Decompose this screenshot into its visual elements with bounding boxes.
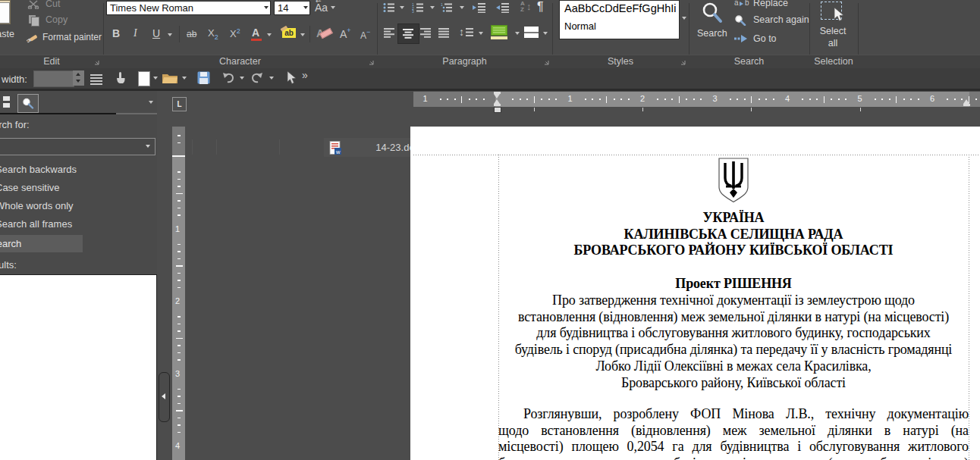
clear-formatting-button[interactable]: A <box>316 27 335 42</box>
font-color-dropdown-icon[interactable] <box>267 33 272 36</box>
panel-list-icon[interactable] <box>3 96 10 101</box>
shading-dropdown-icon[interactable] <box>515 32 520 35</box>
select-all-button[interactable]: Select all <box>813 0 853 52</box>
align-center-button[interactable] <box>397 23 419 44</box>
search-backwards-label[interactable]: Search backwards <box>0 164 77 175</box>
shrink-font-button[interactable]: A− <box>360 28 374 43</box>
cursor-arrow-icon <box>833 8 845 23</box>
sidebar-search-tab-button[interactable] <box>17 94 39 113</box>
search-button[interactable]: Search <box>692 0 731 45</box>
borders-button[interactable] <box>524 27 539 38</box>
tab-stop-type-selector[interactable]: L <box>172 97 187 111</box>
multilevel-list-dropdown-icon[interactable] <box>460 6 464 9</box>
line-spacing-dropdown-icon[interactable] <box>479 32 483 35</box>
line-spacing-button[interactable]: ↕ <box>459 26 474 39</box>
change-case-button[interactable]: ⇄ Aa <box>314 0 337 15</box>
spinner-down-icon[interactable] <box>76 80 80 83</box>
toolbar-overflow-chevron[interactable]: » <box>302 69 308 81</box>
touch-mode-button[interactable] <box>113 70 128 86</box>
superscript-button[interactable]: X2 <box>230 27 247 41</box>
copy-button[interactable]: Copy <box>27 14 99 27</box>
sidebar-search-button[interactable]: Search <box>0 235 83 252</box>
undo-button[interactable] <box>221 71 235 84</box>
open-file-button[interactable] <box>162 72 178 84</box>
increase-indent-button[interactable] <box>472 2 486 13</box>
spinner-up-icon[interactable] <box>76 73 80 76</box>
right-indent-marker[interactable] <box>963 99 970 106</box>
paragraph-dialog-launcher-icon[interactable] <box>544 60 549 65</box>
redo-dropdown-icon[interactable] <box>269 77 274 80</box>
hruler-right-margin-zone <box>969 92 980 107</box>
align-right-button[interactable] <box>420 28 432 38</box>
whole-words-label[interactable]: Whole words only <box>0 200 74 211</box>
redo-button[interactable] <box>250 71 264 84</box>
underline-button[interactable]: U <box>152 27 160 39</box>
sidebar-options-dropdown-icon[interactable] <box>149 101 153 104</box>
search-icon <box>701 2 724 24</box>
numbered-list-button[interactable]: 1 2 3 <box>412 2 424 13</box>
width-spinner[interactable] <box>73 70 84 86</box>
font-color-button[interactable]: A <box>251 27 263 42</box>
multilevel-list-button[interactable]: 1 <box>441 2 453 13</box>
highlight-button[interactable]: ab <box>279 27 299 42</box>
search-for-combobox[interactable] <box>0 138 155 155</box>
undo-dropdown-icon[interactable] <box>240 77 244 80</box>
numbered-list-dropdown-icon[interactable] <box>430 6 435 9</box>
highlight-pen-icon <box>279 25 290 34</box>
open-file-dropdown-icon[interactable] <box>182 77 187 80</box>
strikethrough-button[interactable]: ab <box>187 29 196 39</box>
format-painter-button[interactable]: Format painter <box>26 31 102 45</box>
font-name-dropdown-icon[interactable] <box>264 6 269 9</box>
case-sensitive-label[interactable]: Case sensitive <box>0 182 60 193</box>
replace-button[interactable]: a b Replace <box>734 0 806 11</box>
justify-button[interactable] <box>438 28 450 38</box>
sidebar-collapse-handle[interactable] <box>159 372 170 422</box>
new-document-dropdown-icon[interactable] <box>153 77 158 80</box>
styles-dialog-launcher-icon[interactable] <box>680 60 686 65</box>
styles-gallery[interactable]: AaBbCcDdEeFfGgHhIi Normal <box>559 0 680 39</box>
subject-heading: Проект РІШЕННЯ <box>498 276 969 293</box>
sidebar-header-underline <box>0 113 116 114</box>
character-dialog-launcher-icon[interactable] <box>369 60 374 65</box>
sort-button[interactable]: A Z ↕ <box>520 1 536 14</box>
edit-dialog-launcher-icon[interactable] <box>94 60 99 65</box>
align-left-button[interactable] <box>384 28 395 38</box>
document-page[interactable]: УКРАЇНА КАЛИНІВСЬКА СЕЛИЩНА РАДА БРОВАРС… <box>410 127 980 460</box>
line-style-button[interactable] <box>90 73 102 85</box>
font-size-dropdown-icon[interactable] <box>303 6 308 9</box>
font-size-combobox[interactable]: 14 <box>274 1 310 15</box>
save-button[interactable] <box>197 71 210 84</box>
left-indent-square-marker[interactable] <box>494 107 501 113</box>
paste-button[interactable] <box>0 0 15 27</box>
results-listbox[interactable] <box>0 274 157 460</box>
left-indent-marker[interactable] <box>494 99 501 106</box>
highlight-dropdown-icon[interactable] <box>300 33 305 36</box>
search-again-button[interactable]: Search again <box>734 14 806 27</box>
floppy-disk-icon <box>197 71 210 84</box>
grow-font-button[interactable]: A+ <box>340 27 353 42</box>
new-document-button[interactable] <box>138 71 150 86</box>
borders-dropdown-icon[interactable] <box>543 32 548 35</box>
search-all-frames-label[interactable]: Search all frames <box>0 218 72 230</box>
vruler-top-margin-zone <box>172 127 185 155</box>
decrease-indent-button[interactable] <box>495 2 510 13</box>
subscript-button[interactable]: X2 <box>208 27 225 41</box>
go-to-button[interactable]: Go to <box>734 33 806 46</box>
tab-stop-tick <box>534 108 535 111</box>
change-case-dropdown-icon[interactable] <box>331 6 335 9</box>
shading-button[interactable] <box>491 25 507 40</box>
subject-line: будівель і споруд (присадибна ділянка) т… <box>498 342 969 358</box>
bullet-list-dropdown-icon[interactable] <box>400 6 404 9</box>
first-line-indent-marker[interactable] <box>494 92 501 99</box>
cut-button[interactable]: Cut <box>27 0 99 11</box>
pilcrow-button[interactable]: ¶ <box>537 0 544 14</box>
width-input[interactable] <box>33 70 74 87</box>
bullet-list-button[interactable] <box>383 2 394 13</box>
object-mode-button[interactable] <box>286 70 297 86</box>
italic-button[interactable]: I <box>133 27 137 39</box>
bold-button[interactable]: B <box>112 27 120 39</box>
paste-button-label[interactable]: Paste <box>0 29 14 39</box>
font-name-combobox[interactable]: Times New Roman <box>106 1 271 15</box>
search-for-dropdown-icon[interactable] <box>146 145 150 148</box>
underline-dropdown-icon[interactable] <box>168 33 172 36</box>
